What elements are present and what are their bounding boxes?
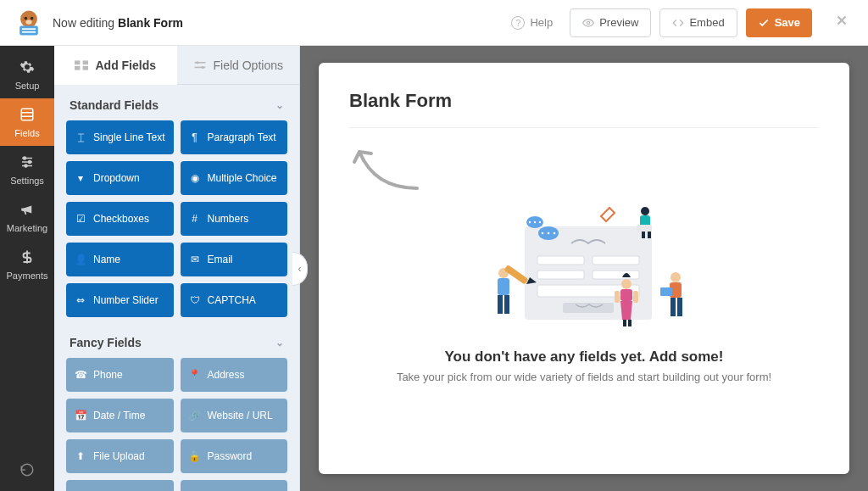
field-layout[interactable]: ▥Layout [181,480,288,491]
check-icon [758,17,770,29]
phone-icon: ☎ [75,369,86,381]
close-button[interactable] [829,8,854,37]
svg-rect-58 [615,291,620,303]
chevron-down-icon: ⌄ [275,99,284,111]
sliders-icon [19,154,35,172]
section-head-fancy-fields[interactable]: Fancy Fields⌄ [66,322,287,358]
empty-state-illustration [457,192,711,337]
field-label: Paragraph Text [208,131,276,143]
chevron-down-icon: ⌄ [275,337,284,349]
svg-point-18 [25,165,27,167]
tab-add-fields[interactable]: Add Fields [54,46,177,85]
svg-point-0 [20,10,37,27]
help-link[interactable]: ? Help [503,11,561,35]
gear-icon [19,59,35,77]
field-label: Password [208,450,253,462]
field-label: Number Slider [93,294,159,306]
svg-point-42 [554,232,556,235]
field-address[interactable]: 📍Address [181,358,288,392]
field-captcha[interactable]: 🛡CAPTCHA [181,283,288,317]
svg-rect-32 [593,271,639,279]
field-label: Website / URL [208,410,273,421]
layout-icon [19,107,35,125]
field-label: Multiple Choice [208,172,277,184]
tab-field-options-label: Field Options [214,59,283,72]
svg-rect-5 [22,28,36,30]
field-phone[interactable]: ☎Phone [66,358,174,392]
field-file-upload[interactable]: ⬆File Upload [66,439,174,473]
field-checkboxes[interactable]: ☑Checkboxes [66,202,174,236]
field-multiple-choice[interactable]: ◉Multiple Choice [181,161,288,195]
field-label: Email [208,254,233,265]
svg-point-16 [29,160,31,163]
save-button[interactable]: Save [746,8,812,37]
svg-rect-59 [633,291,638,303]
panel-tabs: Add Fields Field Options [54,46,299,85]
rail-item-marketing[interactable]: Marketing [0,193,54,241]
rail-item-setup[interactable]: Setup [0,51,54,98]
save-label: Save [775,16,800,29]
eye-icon [582,17,594,29]
field-email[interactable]: ✉Email [181,243,288,276]
svg-rect-45 [637,225,652,232]
field-label: Checkboxes [93,213,149,225]
rail-item-settings[interactable]: Settings [0,146,54,193]
svg-rect-49 [498,278,509,295]
field-label: Phone [93,369,123,381]
help-label: Help [530,16,553,29]
field-label: Date / Time [93,410,145,421]
text-line-icon: ⌶ [75,131,86,143]
fields-panel: Add Fields Field Options Standard Fields… [54,46,300,491]
person-icon: 👤 [75,254,86,265]
form-canvas[interactable]: Blank Form [319,63,849,474]
svg-point-54 [621,279,632,289]
tab-field-options[interactable]: Field Options [177,46,300,85]
svg-point-37 [534,221,536,223]
svg-rect-63 [670,298,676,316]
svg-rect-56 [623,320,626,326]
grid-icon [75,60,88,70]
section-title: Standard Fields [70,98,159,112]
checkbox-icon: ☑ [75,213,86,225]
field-paragraph-text[interactable]: ¶Paragraph Text [181,120,288,154]
form-title[interactable]: Blank Form [349,90,819,128]
rail-item-payments[interactable]: Payments [0,241,54,288]
rail-item-fields[interactable]: Fields [0,98,54,146]
embed-label: Embed [689,16,724,29]
rail-item-label: Payments [7,271,48,281]
svg-rect-50 [498,295,503,314]
svg-point-27 [201,65,203,68]
field-numbers[interactable]: #Numbers [181,202,288,236]
svg-rect-47 [648,232,651,238]
field-number-slider[interactable]: ⇔Number Slider [66,283,174,317]
rail-item-label: Setup [15,81,40,91]
svg-rect-29 [537,256,584,265]
svg-rect-30 [593,256,639,265]
form-stage: Blank Form [300,46,868,491]
svg-rect-31 [537,271,584,279]
field-dropdown[interactable]: ▾Dropdown [66,161,174,195]
field-date-time[interactable]: 📅Date / Time [66,399,174,432]
mail-icon: ✉ [189,254,201,265]
history-button[interactable] [0,449,54,491]
field-single-line-text[interactable]: ⌶Single Line Text [66,120,174,154]
dropdown-icon: ▾ [75,172,86,184]
field-name[interactable]: 👤Name [66,243,174,276]
field-rich-text[interactable]: ✎Rich Text [66,480,174,491]
svg-point-60 [670,272,681,282]
preview-button[interactable]: Preview [570,8,651,37]
embed-button[interactable]: Embed [659,8,737,37]
svg-point-2 [31,16,34,20]
hint-arrow-icon [349,142,426,192]
field-password[interactable]: 🔒Password [181,439,288,473]
svg-rect-21 [83,60,88,64]
svg-rect-22 [75,65,80,70]
svg-point-25 [196,61,198,64]
field-website-url[interactable]: 🔗Website / URL [181,399,288,432]
svg-point-41 [548,232,550,235]
lock-icon: 🔒 [189,450,201,462]
svg-point-40 [542,232,544,235]
app-logo [14,8,44,38]
section-head-standard-fields[interactable]: Standard Fields⌄ [66,85,287,120]
empty-state-heading: You don't have any fields yet. Add some! [445,349,724,365]
